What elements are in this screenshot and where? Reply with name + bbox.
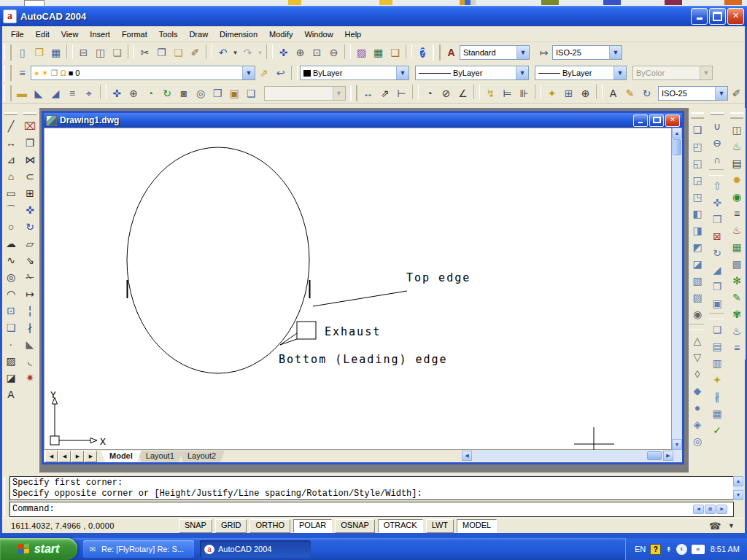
drawing-minimize-button[interactable] (633, 114, 648, 127)
app-titlebar[interactable]: a AutoCAD 2004 ✕ (0, 6, 747, 26)
point-button[interactable]: ∙ (3, 335, 20, 352)
extrude-faces-button[interactable]: ⇧ (709, 177, 726, 194)
se-isometric-button[interactable]: ◪ (689, 255, 706, 272)
scroll-left-button[interactable]: ◀ (693, 505, 704, 514)
offset-button[interactable]: ⊂ (22, 168, 39, 184)
copy-object-button[interactable]: ❐ (22, 134, 39, 151)
landscape-edit-button[interactable]: ✎ (729, 289, 746, 306)
landscape-new-button[interactable]: ✻ (729, 272, 746, 289)
plot-button[interactable]: ⊟ (75, 44, 92, 61)
plot-preview-button[interactable]: ◫ (92, 44, 109, 61)
nw-isometric-button[interactable]: ▨ (689, 289, 706, 306)
mass-properties-button[interactable]: ◢ (47, 85, 64, 101)
dimension-style-combo[interactable]: ISO-25 ▼ (658, 86, 728, 101)
materials-button[interactable]: ◉ (729, 188, 746, 205)
menu-draw[interactable]: Draw (183, 28, 214, 41)
diameter-dimension-button[interactable]: ⊘ (438, 85, 454, 101)
explode-button[interactable]: ✷ (22, 369, 39, 386)
tool-palettes-button[interactable]: ❑ (387, 44, 403, 61)
minimize-button[interactable] (691, 8, 708, 25)
multiline-text-button[interactable]: A (3, 386, 20, 402)
drawing-close-button[interactable]: ✕ (665, 114, 680, 127)
scroll-down-button[interactable]: ▼ (733, 490, 743, 500)
tab-first-button[interactable]: ◀ (45, 451, 58, 462)
menu-edit[interactable]: Edit (30, 28, 55, 41)
dimension-edit-button[interactable]: ✎ (622, 85, 638, 101)
communication-center-icon[interactable]: ☎ (709, 521, 721, 532)
camera-button[interactable]: ◉ (689, 306, 706, 322)
scroll-thumb[interactable] (647, 451, 662, 460)
intersect-button[interactable]: ∩ (709, 151, 726, 168)
list-button[interactable]: ≡ (64, 85, 81, 101)
aligned-dimension-button[interactable]: ⇗ (376, 85, 393, 101)
named-views-button[interactable]: ❏ (689, 121, 706, 138)
status-menu-arrow-icon[interactable]: ▼ (728, 522, 735, 529)
chamfer-button[interactable]: ◣ (22, 335, 39, 352)
top-view-button[interactable]: ◰ (689, 138, 706, 155)
flat-shaded-button[interactable]: ◆ (689, 382, 706, 399)
menu-window[interactable]: Window (298, 28, 338, 41)
right-view-button[interactable]: ◳ (689, 188, 706, 205)
copy-faces-button[interactable]: ❐ (709, 278, 726, 295)
properties-palette-button[interactable]: ▨ (353, 44, 370, 61)
baseline-dimension-button[interactable]: ⊨ (499, 85, 516, 101)
tab-next-button[interactable]: ▶ (71, 451, 84, 462)
angular-dimension-button[interactable]: ∠ (454, 85, 471, 101)
toolbar-grip[interactable] (691, 112, 704, 119)
menu-file[interactable]: File (5, 28, 30, 41)
sw-isometric-button[interactable]: ◩ (689, 238, 706, 255)
combo-arrow-icon[interactable]: ▼ (516, 66, 528, 79)
statistics-button[interactable]: ≡ (729, 339, 746, 356)
save-button[interactable]: ▦ (47, 44, 64, 61)
lights-button[interactable]: ✹ (729, 171, 746, 188)
linear-dimension-button[interactable]: ↔ (360, 85, 376, 101)
snap-toggle[interactable]: SNAP (179, 519, 212, 533)
open-button[interactable]: ❒ (31, 44, 47, 61)
layer-previous-button[interactable]: ↩ (272, 65, 289, 82)
osnap-toggle[interactable]: OSNAP (335, 519, 375, 533)
hidden-button[interactable]: ◊ (689, 365, 706, 382)
hide-icons-chevron[interactable]: ‹ (676, 544, 687, 555)
subtract-button[interactable]: ⊖ (709, 134, 726, 151)
canvas-vertical-scrollbar[interactable]: ▲ ▼ (672, 128, 682, 450)
shell-button[interactable]: ▦ (709, 405, 726, 421)
stretch-button[interactable]: ⇘ (22, 252, 39, 268)
designcenter-button[interactable]: ▦ (370, 44, 387, 61)
center-mark-button[interactable]: ⊕ (577, 85, 594, 101)
break-button[interactable]: ∤ (22, 319, 39, 335)
zoom-previous-button[interactable]: ⊖ (325, 44, 342, 61)
make-object-layer-current-button[interactable]: ⇗ (255, 65, 272, 82)
coordinate-readout[interactable]: 1611.4032, 7.4966 , 0.0000 (2, 521, 179, 530)
tab-layout2[interactable]: Layout2 (179, 451, 225, 462)
combo-arrow-icon[interactable]: ▼ (715, 87, 727, 100)
copy-edges-button[interactable]: ❏ (709, 321, 726, 338)
erase-button[interactable]: ⌧ (22, 117, 39, 134)
canvas-horizontal-scrollbar[interactable]: ◀ ▶ (462, 451, 682, 461)
toolbar-grip[interactable] (4, 85, 12, 101)
polyline-button[interactable]: ⊿ (3, 151, 20, 168)
flat-shaded-edges-button[interactable]: ◈ (689, 416, 706, 432)
dimension-style-manager-button[interactable]: ✐ (728, 85, 745, 101)
back-view-button[interactable]: ◨ (689, 222, 706, 238)
materials-library-button[interactable]: ≡ (729, 205, 746, 222)
hatch-button[interactable]: ▨ (3, 352, 20, 369)
combo-arrow-icon[interactable]: ▼ (242, 66, 255, 79)
ordinate-dimension-button[interactable]: ⊢ (393, 85, 410, 101)
clean-button[interactable]: ✦ (709, 371, 726, 388)
combo-arrow-icon[interactable]: ▼ (614, 66, 626, 79)
scroll-up-button[interactable]: ▲ (733, 476, 743, 486)
construction-line-button[interactable]: ↔ (3, 134, 20, 151)
wireframe-2d-button[interactable]: △ (689, 332, 706, 349)
otrack-toggle[interactable]: OTRACK (378, 519, 423, 533)
task-autocad[interactable]: a AutoCAD 2004 (200, 540, 311, 558)
revision-cloud-button[interactable]: ☁ (3, 235, 20, 252)
menu-help[interactable]: Help (339, 28, 368, 41)
scroll-thumb[interactable] (673, 139, 681, 155)
color-faces-button[interactable]: ▣ (709, 295, 726, 311)
mapping-button[interactable]: ♨ (729, 222, 746, 238)
tab-last-button[interactable]: ▶ (85, 451, 97, 462)
new-button[interactable]: ▯ (14, 44, 31, 61)
gouraud-shaded-edges-button[interactable]: ◎ (689, 432, 706, 449)
model-toggle[interactable]: MODEL (457, 519, 497, 533)
ellipse-arc-button[interactable]: ◠ (3, 285, 20, 302)
